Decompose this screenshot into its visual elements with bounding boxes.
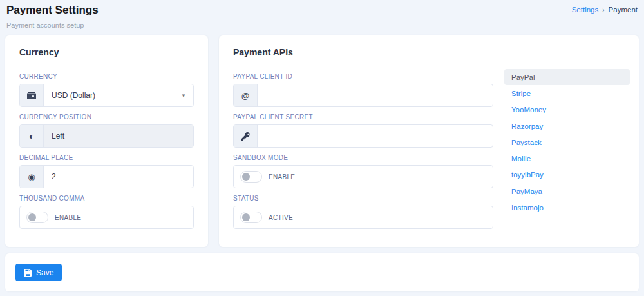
decimal-place-input-group: ◉ [19, 165, 194, 188]
page-header: Payment Settings Payment accounts setup [6, 4, 99, 29]
save-button-label: Save [36, 268, 53, 277]
provider-item[interactable]: Paystack [504, 134, 630, 150]
sandbox-mode-toggle[interactable] [240, 171, 262, 183]
paypal-client-secret-field: PAYPAL CLIENT SECRET [233, 113, 493, 148]
currency-position-input: ◐ Left [19, 124, 194, 148]
sandbox-mode-label: SANDBOX MODE [233, 154, 493, 161]
page-subtitle: Payment accounts setup [6, 21, 99, 29]
currency-select[interactable]: USD (Dollar) ▼ [19, 84, 194, 107]
paypal-client-secret-input-group [233, 124, 493, 148]
paypal-client-secret-label: PAYPAL CLIENT SECRET [233, 113, 493, 121]
provider-item[interactable]: PayMaya [504, 183, 630, 199]
currency-position-field: CURRENCY POSITION ◐ Left [19, 113, 194, 148]
payment-apis-title: Payment APIs [233, 47, 625, 57]
paypal-client-id-input-group: @ [233, 84, 493, 107]
provider-item[interactable]: toyyibPay [504, 167, 630, 183]
breadcrumb: Settings › Payment [572, 6, 638, 14]
payment-apis-card: Payment APIs PAYPAL CLIENT ID @ PAYPAL C… [219, 35, 639, 247]
status-field: STATUS ACTIVE [233, 195, 493, 229]
thousand-comma-field: THOUSAND COMMA ENABLE [19, 195, 194, 229]
save-button[interactable]: Save [15, 264, 62, 281]
paypal-client-secret-input[interactable] [258, 125, 493, 147]
thousand-comma-toggle[interactable] [26, 212, 48, 223]
currency-position-label: CURRENCY POSITION [19, 113, 194, 121]
chevron-right-icon: › [602, 6, 604, 14]
provider-item[interactable]: Instamojo [504, 199, 630, 215]
paypal-client-id-field: PAYPAL CLIENT ID @ [233, 73, 493, 107]
status-toggle[interactable] [240, 212, 262, 223]
sandbox-mode-toggle-label: ENABLE [269, 173, 295, 181]
breadcrumb-link-settings[interactable]: Settings [572, 6, 599, 14]
page-title: Payment Settings [6, 4, 99, 17]
currency-card: Currency CURRENCY USD (Dollar) ▼ CURRENC… [5, 35, 208, 247]
thousand-comma-toggle-box: ENABLE [19, 206, 194, 229]
currency-label: CURRENCY [19, 73, 194, 80]
provider-item[interactable]: Stripe [504, 85, 630, 101]
breadcrumb-current-payment: Payment [609, 6, 638, 14]
paypal-client-id-input[interactable] [258, 84, 493, 106]
thousand-comma-label: THOUSAND COMMA [19, 195, 194, 202]
wallet-icon [20, 84, 44, 106]
decimal-place-field: DECIMAL PLACE ◉ [19, 154, 194, 188]
provider-list: PayPalStripeYooMoneyRazorpayPaystackMoll… [504, 69, 630, 221]
currency-field: CURRENCY USD (Dollar) ▼ [19, 73, 194, 107]
provider-item[interactable]: YooMoney [504, 102, 630, 118]
sandbox-mode-field: SANDBOX MODE ENABLE [233, 154, 493, 188]
decimal-place-input[interactable] [44, 166, 193, 188]
provider-item[interactable]: Razorpay [504, 118, 630, 134]
sandbox-mode-toggle-box: ENABLE [233, 165, 493, 188]
at-icon: @ [234, 84, 258, 106]
currency-card-title: Currency [19, 47, 194, 57]
provider-item[interactable]: Instamojo v2 [504, 216, 630, 221]
save-icon [24, 269, 32, 277]
provider-item[interactable]: Mollie [504, 150, 630, 166]
thousand-comma-toggle-label: ENABLE [55, 214, 81, 221]
chevron-down-icon: ▼ [181, 93, 186, 99]
currency-select-value: USD (Dollar) ▼ [44, 84, 193, 106]
contrast-icon: ◐ [20, 125, 44, 147]
key-icon [234, 125, 258, 147]
dot-circle-icon: ◉ [20, 166, 44, 188]
save-bar: Save [5, 253, 639, 291]
currency-position-value: Left [44, 125, 193, 147]
provider-item[interactable]: PayPal [504, 69, 630, 85]
paypal-client-id-label: PAYPAL CLIENT ID [233, 73, 493, 80]
decimal-place-label: DECIMAL PLACE [19, 154, 194, 161]
status-toggle-box: ACTIVE [233, 206, 493, 229]
status-label: STATUS [233, 195, 493, 202]
status-toggle-label: ACTIVE [269, 214, 293, 221]
